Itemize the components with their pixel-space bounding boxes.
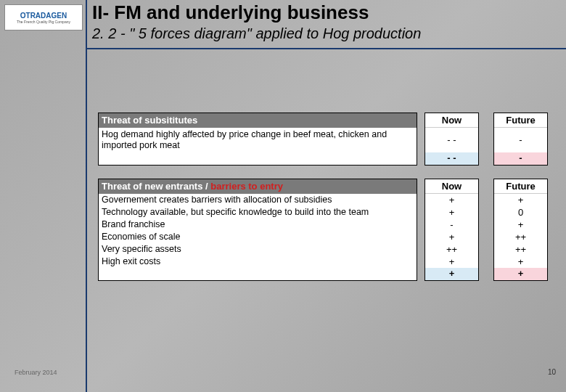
- block2-summary-now: +: [425, 268, 478, 280]
- block2-row-4: Very specific assets: [99, 243, 417, 256]
- block2-row-0: Governement creates barriers with alloca…: [99, 194, 417, 206]
- now-header-2: Now: [425, 179, 478, 194]
- block2-future-col: Future + 0 + ++ ++ + +: [493, 179, 548, 281]
- footer-date: February 2014: [15, 369, 57, 376]
- block2-now-4: ++: [425, 243, 478, 256]
- block1-summary-now: - -: [425, 152, 478, 165]
- block2-summary-blank: [99, 268, 417, 280]
- block2-future-4: ++: [494, 243, 547, 256]
- block2-future-0: +: [494, 194, 547, 206]
- content-area: Threat of subsititutes Hog demand highly…: [98, 113, 548, 294]
- footer-page-number: 10: [548, 368, 556, 376]
- block2-now-col: Now + + - + ++ + +: [424, 179, 479, 281]
- block2-summary-future: +: [494, 268, 547, 280]
- block2-row-2: Brand franchise: [99, 219, 417, 231]
- block2-future-2: +: [494, 219, 547, 231]
- logo: OTRADAGEN The French Quality Pig Company: [4, 4, 83, 30]
- block2-heading: Threat of new entrants / barriers to ent…: [99, 179, 417, 194]
- block2-heading-b: barriers to entry: [210, 181, 283, 192]
- header-divider: [87, 48, 566, 49]
- slide-header: II- FM and underlying business 2. 2 - " …: [92, 1, 557, 42]
- logo-name: OTRADAGEN: [20, 12, 67, 20]
- block1-main: Threat of subsititutes Hog demand highly…: [98, 113, 417, 166]
- future-header-2: Future: [494, 179, 547, 194]
- left-rail: OTRADAGEN The French Quality Pig Company: [0, 0, 87, 392]
- block2-now-5: +: [425, 256, 478, 268]
- slide-title: II- FM and underlying business: [92, 1, 557, 24]
- block2-future-1: 0: [494, 206, 547, 219]
- block1-summary-blank: [99, 152, 417, 165]
- block-entrants: Threat of new entrants / barriers to ent…: [98, 179, 548, 281]
- block1-future-0: -: [494, 128, 547, 152]
- logo-tagline: The French Quality Pig Company: [17, 20, 70, 24]
- block2-row-3: Economies of scale: [99, 231, 417, 243]
- now-header-1: Now: [425, 113, 478, 128]
- block2-row-1: Technology available, but specific knowl…: [99, 206, 417, 219]
- block1-future-col: Future - -: [493, 113, 548, 166]
- block2-now-3: +: [425, 231, 478, 243]
- block1-now-0: - -: [425, 128, 478, 152]
- block2-row-5: High exit costs: [99, 256, 417, 268]
- block2-now-0: +: [425, 194, 478, 206]
- block2-now-1: +: [425, 206, 478, 219]
- block2-future-3: ++: [494, 231, 547, 243]
- future-header-1: Future: [494, 113, 547, 128]
- block2-main: Threat of new entrants / barriers to ent…: [98, 179, 417, 281]
- block2-now-2: -: [425, 219, 478, 231]
- block1-summary-future: -: [494, 152, 547, 165]
- block2-future-5: +: [494, 256, 547, 268]
- block1-now-col: Now - - - -: [424, 113, 479, 166]
- block1-heading: Threat of subsititutes: [99, 113, 417, 128]
- slide-subtitle: 2. 2 - " 5 forces diagram" applied to Ho…: [92, 25, 557, 42]
- block-substitutes: Threat of subsititutes Hog demand highly…: [98, 113, 548, 166]
- block2-heading-a: Threat of new entrants /: [102, 181, 210, 192]
- block1-row-0: Hog demand highly affected by price chan…: [99, 128, 417, 152]
